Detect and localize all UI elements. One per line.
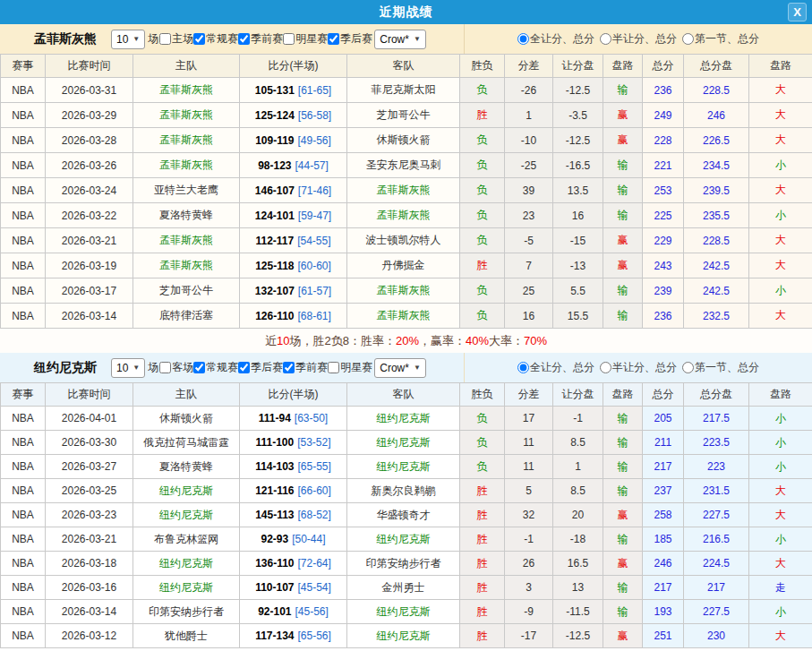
summary-text: 近 (265, 333, 277, 349)
radio-icon[interactable] (600, 362, 611, 373)
handicap-result-cell: 输 (603, 576, 643, 600)
odds-mode-radio[interactable]: 全让分、总分 (517, 31, 594, 47)
league-cell: NBA (1, 128, 46, 153)
filter-checkbox[interactable]: 主场 (159, 31, 193, 47)
result-cell: 负 (460, 153, 505, 178)
margin-cell: 39 (505, 178, 553, 203)
checkbox-icon[interactable] (159, 33, 171, 45)
handicap-line-cell: 1 (553, 455, 603, 479)
over-under-cell: 小 (749, 203, 812, 228)
checkbox-icon[interactable] (283, 362, 295, 373)
filter-checkbox[interactable]: 季前赛 (238, 31, 283, 47)
result-cell: 胜 (460, 576, 505, 600)
source-select[interactable]: Crow* ▼ (374, 30, 426, 49)
source-select[interactable]: Crow* ▼ (374, 358, 426, 378)
league-cell: NBA (1, 203, 46, 228)
half-time-score: [50-44] (292, 533, 325, 545)
handicap-result-cell: 赢 (603, 503, 643, 527)
over-under-cell: 小 (749, 527, 812, 552)
games-count-select[interactable]: 10 ▼ (111, 30, 145, 49)
filter-controls: 孟菲斯灰熊 10 ▼ 场 主场常规赛季前赛明星赛季后赛 Crow* ▼ (0, 24, 464, 54)
final-score: 92-93 (261, 533, 288, 545)
final-score: 145-113 (255, 509, 294, 521)
total-line-cell: 246 (684, 103, 749, 128)
col-total-line: 总分盘 (684, 383, 749, 407)
filter-checkbox[interactable]: 季后赛 (328, 31, 372, 47)
checkbox-icon[interactable] (159, 362, 171, 373)
margin-cell: -5 (505, 228, 553, 253)
result-cell: 胜 (460, 503, 505, 527)
final-score: 111-94 (259, 412, 291, 424)
half-time-score: [72-64] (298, 557, 331, 570)
over-under-cell: 小 (749, 431, 812, 455)
handicap-result-cell: 输 (603, 479, 643, 503)
col-date: 比赛时间 (46, 383, 133, 407)
total-line-cell: 232.5 (684, 304, 749, 329)
filter-checkbox[interactable]: 明星赛 (328, 360, 372, 375)
date-cell: 2026-03-19 (46, 253, 133, 278)
games-count-select[interactable]: 10 ▼ (111, 358, 145, 378)
radio-icon[interactable] (600, 33, 611, 45)
checkbox-icon[interactable] (193, 33, 205, 45)
score-cell: 125-118[60-60] (240, 253, 347, 278)
checkbox-icon[interactable] (193, 362, 205, 373)
summary-highlight: 10 (277, 334, 289, 347)
filter-label: 季前赛 (295, 360, 328, 375)
odds-mode-radio[interactable]: 第一节、总分 (682, 31, 759, 47)
odds-mode-radios: 全让分、总分半让分、总分第一节、总分 (464, 24, 812, 54)
handicap-result-cell: 输 (603, 203, 643, 228)
checkbox-icon[interactable] (328, 33, 339, 45)
margin-cell: 16 (505, 304, 553, 329)
handicap-line-cell: -18 (553, 527, 603, 552)
handicap-result-cell: 输 (603, 600, 643, 624)
total-line-cell: 227.5 (684, 503, 749, 527)
final-score: 136-110 (255, 557, 294, 570)
close-icon[interactable]: X (788, 3, 807, 21)
league-cell: NBA (1, 304, 46, 329)
league-cell: NBA (1, 600, 46, 624)
radio-icon[interactable] (517, 362, 529, 373)
summary-highlight: 20% (396, 334, 419, 347)
table-row: NBA2026-03-18纽约尼克斯136-110[72-64]印第安纳步行者胜… (1, 552, 812, 576)
league-cell: NBA (1, 527, 46, 552)
filter-checkbox[interactable]: 季后赛 (238, 360, 283, 375)
filter-checkbox[interactable]: 客场 (159, 360, 193, 375)
away-team-cell: 芝加哥公牛 (347, 103, 460, 128)
summary-text: 大率： (489, 333, 524, 349)
total-line-cell: 228.5 (684, 78, 749, 103)
table-row: NBA2026-03-21孟菲斯灰熊112-117[54-55]波士顿凯尔特人负… (1, 228, 812, 253)
checkbox-icon[interactable] (283, 33, 295, 45)
odds-mode-radio[interactable]: 全让分、总分 (517, 360, 594, 375)
home-team-cell: 犹他爵士 (133, 624, 240, 648)
radio-icon[interactable] (517, 33, 529, 45)
result-cell: 胜 (460, 552, 505, 576)
odds-mode-radio[interactable]: 半让分、总分 (600, 360, 677, 375)
margin-cell: -25 (505, 153, 553, 178)
checkbox-icon[interactable] (238, 362, 250, 373)
radio-icon[interactable] (682, 362, 694, 373)
handicap-line-cell: -11.5 (553, 600, 603, 624)
odds-mode-radio[interactable]: 半让分、总分 (600, 31, 677, 47)
result-cell: 负 (460, 304, 505, 329)
date-cell: 2026-03-25 (46, 479, 133, 503)
handicap-line-cell: 13.5 (553, 178, 603, 203)
total-line-cell: 217 (684, 576, 749, 600)
away-team-cell: 孟菲斯灰熊 (347, 278, 460, 304)
half-time-score: [63-50] (295, 412, 328, 424)
filter-checkbox[interactable]: 明星赛 (283, 31, 328, 47)
odds-mode-radio[interactable]: 第一节、总分 (682, 360, 759, 375)
odds-mode-radios: 全让分、总分半让分、总分第一节、总分 (464, 353, 812, 382)
date-cell: 2026-03-16 (46, 576, 133, 600)
checkbox-icon[interactable] (328, 362, 339, 373)
radio-icon[interactable] (682, 33, 694, 45)
half-time-score: [71-46] (298, 184, 331, 197)
filter-label: 季后赛 (251, 360, 283, 375)
home-team-cell: 孟菲斯灰熊 (133, 128, 240, 153)
filter-label: 主场 (172, 31, 193, 47)
checkbox-icon[interactable] (238, 33, 250, 45)
radio-label: 全让分、总分 (530, 360, 594, 375)
filter-checkbox[interactable]: 常规赛 (193, 31, 238, 47)
date-cell: 2026-03-28 (46, 128, 133, 153)
filter-checkbox[interactable]: 常规赛 (193, 360, 238, 375)
filter-checkbox[interactable]: 季前赛 (283, 360, 328, 375)
